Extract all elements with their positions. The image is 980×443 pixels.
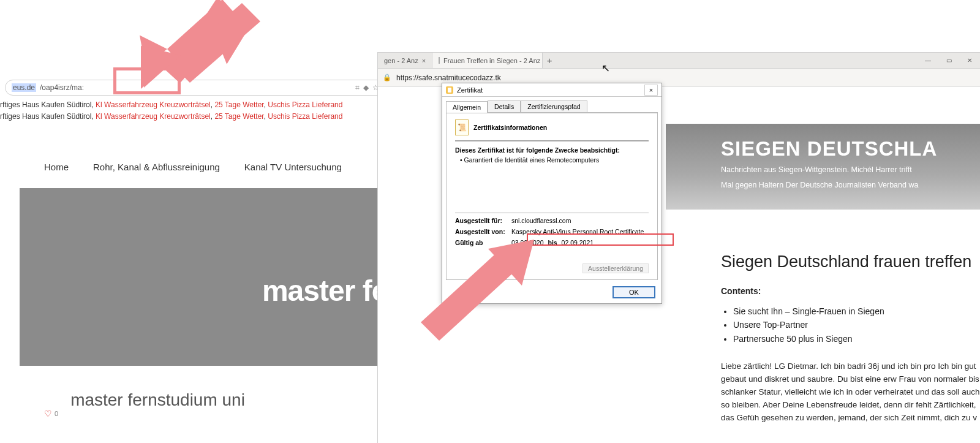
cert-titlebar: Zertifikat ×	[442, 83, 662, 97]
link-line-1: rftiges Haus Kaufen Südtirol, Kl Wasserf…	[0, 100, 342, 109]
cert-purpose-label: Dieses Zertifikat ist für folgende Zweck…	[455, 146, 649, 154]
article-heading: Siegen Deutschland frauen treffen	[721, 252, 980, 271]
tab-1[interactable]: gen - 2 Anz ×	[378, 53, 432, 68]
cert-issued-for: Ausgestellt für: sni.cloudflaressl.com	[455, 217, 649, 224]
page-banner: SIEGEN DEUTSCHLA Nachrichten aus Siegen-…	[666, 124, 980, 210]
contents-label: Contents:	[721, 286, 980, 296]
tab-2[interactable]: Frauen Treffen in Siegen - 2 Anz ×	[432, 53, 543, 68]
contents-item-3[interactable]: Partnersuche 50 plus in Siegen	[733, 332, 980, 346]
cert-purpose-bullet: • Garantiert die Identität eines Remotec…	[460, 156, 649, 164]
annotation-arrow-2	[415, 237, 537, 335]
site-nav: Home Rohr, Kanal & Abflussreinigung Kana…	[20, 140, 386, 188]
cert-app-icon	[446, 86, 453, 94]
banner-sub1: Nachrichten aus Siegen-Wittgenstein. Mic…	[721, 164, 980, 176]
link-a2-2[interactable]: 25 Tage Wetter	[214, 112, 263, 121]
mouse-cursor-icon: ↖	[601, 62, 610, 75]
contents-list: Sie sucht Ihn – Single-Frauen in Siegen …	[733, 305, 980, 346]
cert-issued-by-label: Ausgestellt von:	[455, 228, 511, 235]
annotation-arrow-1b	[144, 0, 266, 95]
address-url: https://safe.snatmitucecodazz.tk	[396, 74, 501, 82]
cert-info-label: Zertifikatsinformationen	[473, 124, 547, 131]
certificate-icon: 📜	[455, 119, 469, 135]
link-a1-2[interactable]: Kl Wasserfahrzeug Kreuzworträtsel	[96, 112, 211, 121]
cert-tab-path[interactable]: Zertifizierungspfad	[521, 100, 587, 112]
window-buttons: — ▭ ✕	[918, 53, 980, 68]
nav-item-3[interactable]: Kanal TV Untersuchung	[244, 162, 342, 172]
issued-for-highlight-box	[527, 233, 674, 246]
link-a1[interactable]: Kl Wasserfahrzeug Kreuzworträtsel	[96, 100, 211, 109]
cert-title-text: Zertifikat	[457, 86, 644, 94]
tab-1-label: gen - 2 Anz	[384, 57, 418, 64]
qr-icon[interactable]: ⌗	[355, 83, 360, 92]
tab-strip: gen - 2 Anz × Frauen Treffen in Siegen -…	[378, 53, 980, 69]
new-tab-button[interactable]: +	[543, 53, 556, 68]
article-body: Liebe zärtlich! LG Dietmar. Ich bin badr…	[721, 360, 980, 425]
nav-home[interactable]: Home	[44, 162, 69, 172]
link-a2[interactable]: 25 Tage Wetter	[214, 100, 263, 109]
post-row: ♡ 0 master fernstudium uni	[20, 366, 386, 425]
left-screenshot: eus.de /oap4isrz/ma: ⌗ ◆ ☆ rftiges Haus …	[0, 0, 386, 443]
maximize-button[interactable]: ▭	[938, 53, 959, 68]
cert-tab-details[interactable]: Details	[488, 100, 521, 112]
site-icon[interactable]: ◆	[363, 83, 369, 92]
heart-icon: ♡	[44, 409, 52, 418]
banner-sub2: Mal gegen Haltern Der Deutsche Journalis…	[721, 180, 980, 191]
cert-tabs: Allgemein Details Zertifizierungspfad	[446, 100, 658, 113]
banner-title: SIEGEN DEUTSCHLA	[721, 137, 980, 161]
cert-tab-general[interactable]: Allgemein	[446, 101, 488, 113]
link-prefix-2: rftiges Haus Kaufen Südtirol	[0, 112, 91, 121]
post-title[interactable]: master fernstudium uni	[70, 390, 245, 410]
hero-image: master fer	[20, 188, 386, 366]
link-line-2: rftiges Haus Kaufen Südtirol, Kl Wasserf…	[0, 112, 342, 121]
likes[interactable]: ♡ 0	[44, 409, 58, 418]
cert-issued-for-value: sni.cloudflaressl.com	[511, 217, 649, 224]
article: Siegen Deutschland frauen treffen Conten…	[721, 252, 980, 425]
cert-issued-for-label: Ausgestellt für:	[455, 217, 511, 224]
link-prefix: rftiges Haus Kaufen Südtirol	[0, 100, 91, 109]
page-icon	[439, 57, 440, 64]
link-a3[interactable]: Uschis Pizza Lieferand	[268, 100, 342, 109]
tab-2-label: Frauen Treffen in Siegen - 2 Anz	[443, 57, 540, 64]
url-domain: eus.de	[12, 83, 36, 92]
cert-close-button[interactable]: ×	[644, 85, 658, 96]
likes-count: 0	[55, 410, 58, 417]
tab-1-close-icon[interactable]: ×	[422, 57, 426, 64]
cert-ok-button[interactable]: OK	[612, 286, 655, 298]
contents-item-2[interactable]: Unsere Top-Partner	[733, 318, 980, 331]
close-window-button[interactable]: ✕	[959, 53, 980, 68]
nav-item-2[interactable]: Rohr, Kanal & Abflussreinigung	[93, 162, 220, 172]
minimize-button[interactable]: —	[918, 53, 938, 68]
issuer-statement-button[interactable]: Ausstellererklärung	[582, 263, 649, 273]
site-card: Home Rohr, Kanal & Abflussreinigung Kana…	[20, 140, 386, 425]
url-path: /oap4isrz/ma:	[40, 83, 84, 92]
contents-item-1[interactable]: Sie sucht Ihn – Single-Frauen in Siegen	[733, 305, 980, 318]
link-a3-2[interactable]: Uschis Pizza Lieferand	[268, 112, 342, 121]
lock-icon[interactable]: 🔒	[383, 74, 391, 81]
right-browser-window: gen - 2 Anz × Frauen Treffen in Siegen -…	[377, 52, 980, 443]
hero-text: master fer	[262, 274, 386, 308]
